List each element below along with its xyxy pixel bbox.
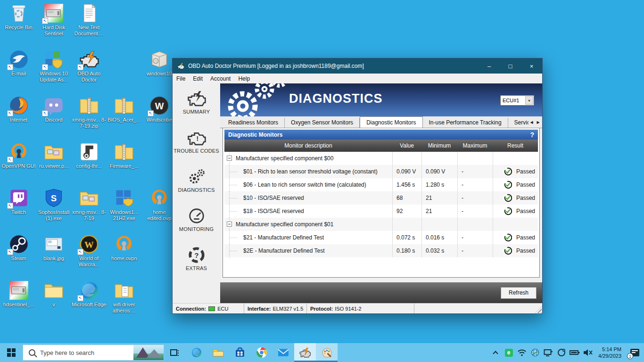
resize-grip[interactable] — [535, 306, 542, 313]
tree-connector — [230, 211, 238, 212]
desktop-icon-hard-disk-sentinel[interactable]: ↖Hard Disk Sentinel — [36, 3, 72, 37]
clock-time: 5:14 PM — [598, 346, 621, 353]
desktop-icon-internet[interactable]: ↖Internet — [1, 95, 36, 123]
desktop-icon-hdsentinel-file[interactable]: hdsentinel_... — [1, 280, 36, 308]
shortcut-arrow-icon: ↖ — [7, 64, 13, 70]
system-tray: e — [490, 343, 595, 362]
tab-oxygen-sensor-monitors[interactable]: Oxygen Sensor Monitors — [285, 118, 360, 128]
refresh-button[interactable]: Refresh — [501, 287, 537, 299]
sidebar-item-trouble-codes[interactable]: !TROUBLE CODES — [173, 129, 220, 168]
connection-label: Connection: — [176, 306, 206, 312]
desktop-icon-twitch[interactable]: ↖Twitch — [1, 188, 36, 215]
tab-readiness-monitors[interactable]: Readiness Monitors — [222, 118, 285, 128]
tab-scroll-left-icon[interactable]: ◀ — [528, 117, 535, 127]
desktop-icon-steam[interactable]: ↖Steam — [1, 234, 36, 262]
action-center-button[interactable]: 1 — [625, 343, 644, 362]
tray-wifi-icon[interactable] — [516, 343, 528, 362]
desktop-icon-label: Microsoft Edge — [71, 302, 107, 308]
obd-auto-doctor-icon: ↖ — [79, 49, 99, 70]
tray-tray-e-app-icon[interactable]: e — [503, 343, 514, 362]
menu-help[interactable]: Help — [234, 74, 254, 83]
taskbar-clock[interactable]: 5:14 PM 4/29/2023 — [595, 346, 625, 360]
tab-in-use-performance-tracking[interactable]: In-use Performance Tracking — [423, 118, 508, 128]
tray-volume-muted-icon[interactable] — [582, 343, 594, 362]
sidebar-item-diagnostics[interactable]: DIAGNOSTICS — [173, 168, 220, 207]
panel-title: Diagnostic Monitors — [228, 132, 530, 138]
desktop-icon-ru-viewer[interactable]: ru.viewer.p... — [36, 141, 72, 169]
taskbar-obd-auto-doctor-button[interactable] — [294, 343, 316, 362]
tray-battery-icon[interactable] — [569, 343, 580, 362]
desktop-icon-firmware[interactable]: Firmware_... — [107, 141, 142, 169]
sidebar-item-extras[interactable]: ?EXTRAS — [173, 246, 220, 285]
desktop-icon-wifi-driver-atheros[interactable]: wifi driver atheros ... — [107, 280, 142, 314]
desktop-icon-openvpn-gui[interactable]: ↖OpenVPN GUI — [1, 141, 36, 169]
desktop-icon-email[interactable]: ↖E-mail — [1, 49, 36, 77]
desktop-icon-blank-jpg[interactable]: blank.jpg — [36, 234, 72, 262]
taskbar-mail-button[interactable] — [272, 343, 294, 362]
sidebar-item-summary[interactable]: SUMMARY — [173, 90, 220, 129]
monitor-row[interactable]: $18 - ISO/SAE reserved9221-Passed — [224, 205, 538, 218]
monitor-row[interactable]: $21 - Manufacturer Defined Test0.072 s0.… — [224, 231, 538, 244]
window-title: OBD Auto Doctor Premium [Logged in as jo… — [188, 63, 479, 69]
result-text: Passed — [516, 168, 535, 175]
desktop-icon-sophos-install[interactable]: SSophosInstall (1).exe — [36, 188, 72, 222]
monitor-row[interactable]: $2E - Manufacturer Defined Test0.180 s0.… — [224, 244, 538, 257]
column-value: Value — [392, 142, 421, 149]
desktop-icon-microsoft-edge[interactable]: ↖Microsoft Edge — [71, 280, 107, 308]
sidebar-item-monitoring[interactable]: MONITORING — [173, 207, 220, 246]
desktop-icon-xmrig-folder[interactable]: xmrig-msv... 8-7-19 — [71, 188, 107, 222]
tree-collapse-icon[interactable] — [227, 156, 232, 161]
column-result: Result — [493, 142, 538, 149]
desktop-icon-world-of-warcraft[interactable]: W↖World of Warcra... — [71, 234, 107, 268]
taskbar-file-explorer-button[interactable] — [207, 343, 229, 362]
tray-display-connect-icon[interactable] — [543, 343, 554, 362]
desktop-icon-discord[interactable]: ↖Discord — [36, 95, 72, 123]
monitor-description: $21 - Manufacturer Defined Test — [224, 234, 324, 241]
menu-file[interactable]: File — [173, 74, 189, 83]
title-bar[interactable]: OBD Auto Doctor Premium [Logged in as jo… — [173, 58, 542, 74]
menu-edit[interactable]: Edit — [189, 74, 206, 83]
tray-network-globe-icon[interactable] — [529, 343, 541, 362]
tab-diagnostic-monitors[interactable]: Diagnostic Monitors — [360, 116, 422, 128]
desktop-icon-xmrig-zip[interactable]: xmrig-msv... 8-7-19.zip — [71, 95, 107, 129]
ecu-dropdown-icon[interactable]: ▼ — [525, 96, 533, 105]
monitor-group-row[interactable]: Manufacturer specified component $01 — [224, 218, 538, 231]
tray-screen-snip-icon[interactable] — [556, 343, 567, 362]
maximize-button[interactable]: □ — [500, 58, 521, 74]
close-button[interactable]: × — [521, 58, 542, 74]
taskbar-microsoft-edge-button[interactable] — [186, 343, 207, 362]
start-button[interactable] — [0, 343, 23, 362]
engine-bolt-icon — [187, 90, 206, 107]
ecu-selector[interactable]: ECU#1 ▼ — [500, 95, 534, 106]
monitor-row[interactable]: $10 - ISO/SAE reserved6821-Passed — [224, 191, 538, 205]
taskbar-microsoft-store-button[interactable] — [229, 343, 251, 362]
menu-account[interactable]: Account — [206, 74, 234, 83]
help-icon[interactable]: ? — [530, 131, 534, 139]
minimize-button[interactable]: – — [479, 58, 500, 74]
monitor-row[interactable]: $06 - Lean to rich sensor switch time (c… — [224, 178, 538, 191]
taskbar-paint-button[interactable] — [316, 343, 338, 362]
minimum-cell — [421, 152, 457, 165]
taskbar-chrome-button[interactable] — [251, 343, 272, 362]
desktop-icon-bios-acer[interactable]: BIOS_Acer_... — [107, 95, 142, 123]
desktop-icon-recycle-bin[interactable]: Recycle Bin — [1, 3, 36, 31]
desktop-icon-label: blank.jpg — [36, 255, 72, 262]
monitor-group-row[interactable]: Manufacturer specified component $00 — [224, 152, 538, 165]
maximum-cell: - — [457, 244, 493, 257]
desktop-icon-windows-10-update-assistant[interactable]: ↖Windows 10 Update As... — [36, 49, 72, 83]
passed-check-icon — [504, 247, 512, 255]
tab-service-ro[interactable]: Service Ro — [508, 118, 529, 128]
taskbar-task-view-button[interactable] — [164, 343, 186, 362]
desktop-icon-v-folder[interactable]: v — [36, 280, 72, 308]
tray-hidden-icons-chevron-icon[interactable] — [490, 343, 501, 362]
tree-collapse-icon[interactable] — [227, 222, 232, 227]
monitor-row[interactable]: $01 - Rich to lean sensor threshold volt… — [224, 165, 538, 178]
tab-scroll-right-icon[interactable]: ▶ — [535, 117, 541, 127]
result-cell: Passed — [493, 191, 538, 205]
desktop-icon-home-ovpn[interactable]: home.ovpn — [107, 234, 142, 262]
taskbar-search[interactable]: Type here to search — [23, 345, 164, 361]
desktop-icon-new-text-document[interactable]: New Text Document.... — [71, 3, 107, 37]
desktop-icon-obd-auto-doctor[interactable]: ↖OBD Auto Doctor — [71, 49, 107, 83]
desktop-icon-windows11-exe[interactable]: Windows1... 21H2.exe — [107, 188, 142, 222]
desktop-icon-config-thr[interactable]: config-thr... — [71, 141, 107, 169]
